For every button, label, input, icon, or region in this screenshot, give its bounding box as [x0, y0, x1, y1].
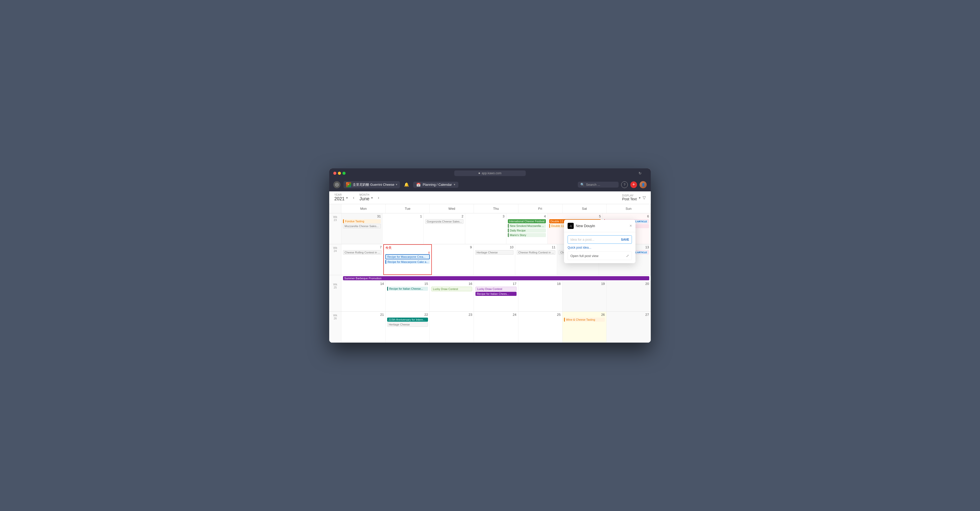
toolbar: YEAR 2021 ▾ ‹ MONTH June ▾ › DISPLAY Pos… [329, 192, 651, 204]
popup-header: ♫ New Douyin × [564, 220, 635, 232]
event-daily-recipe[interactable]: Daily Recipe [508, 228, 546, 233]
idea-placeholder: Idea for a post... [570, 238, 594, 241]
day-cell-7[interactable]: 7 Cheese Rolling Contest in ... [342, 244, 383, 275]
day-cell-16[interactable]: 16 Lucky Draw Contest [430, 281, 474, 311]
day-cell-19[interactable]: 19 [563, 281, 607, 311]
event-lucky-draw-16[interactable]: Lucky Draw Contest [431, 287, 472, 291]
year-chevron-icon: ▾ [346, 196, 348, 200]
col-header-sun: Sun [607, 204, 651, 213]
event-mozzarella-sales[interactable]: Mozzarella Cheese Sales... [343, 224, 381, 228]
topbar-right: 🔍 Search ... ? + 👤 [578, 181, 647, 188]
day-num-1: 1 [384, 214, 422, 218]
day-cell-27[interactable]: 27 [607, 312, 651, 342]
reload-button[interactable]: ↻ [638, 171, 641, 175]
event-summer-barbeque[interactable]: Summer Barbeque Promotion [343, 276, 649, 280]
minimize-button[interactable] [338, 172, 341, 175]
add-button[interactable]: + [630, 181, 637, 188]
display-section: DISPLAY Post Text ▾ ▽ [622, 195, 646, 201]
filter-icon[interactable]: ▽ [643, 195, 646, 200]
day-cell-8-today[interactable]: 今天 8 Recipe for Mascarpone Crea... Recip… [383, 244, 432, 275]
next-month-button[interactable]: › [377, 195, 380, 201]
full-post-view-button[interactable]: Open full post view ⤢ [568, 251, 632, 260]
day-num-2: 2 [425, 214, 463, 218]
popup-body: Idea for a post... SAVE Quick post idea.… [564, 232, 635, 263]
day-cell-11[interactable]: 11 Cheese Rolling Contest in ... [515, 244, 557, 275]
day-cell-25[interactable]: 25 [518, 312, 563, 342]
day-cell-24[interactable]: 24 [474, 312, 518, 342]
brand-selector[interactable]: 🏳 圭里尼奶酪 Guerrini Cheese ▾ [344, 181, 400, 188]
event-italian-15[interactable]: Recipe for Italian Cheese... [387, 287, 428, 291]
avatar[interactable]: 👤 [640, 181, 647, 188]
event-cheese-rolling-11[interactable]: Cheese Rolling Contest in ... [517, 250, 555, 255]
popup-overlay: ♫ New Douyin × Idea for a post... SAVE Q… [564, 220, 635, 263]
event-gorgonzola[interactable]: Gorgonzola Cheese Sales... [425, 219, 463, 224]
event-mascarpone-cream[interactable]: Recipe for Mascarpone Crea... [385, 254, 430, 259]
topbar: 🏳 圭里尼奶酪 Guerrini Cheese ▾ 🔔 📅 Planning /… [329, 178, 651, 192]
month-selector[interactable]: MONTH June ▾ [360, 194, 372, 201]
lock-icon [479, 172, 480, 174]
day-cell-9[interactable]: 9 [432, 244, 473, 275]
brand-name: 圭里尼奶酪 Guerrini Cheese [353, 182, 394, 187]
day-num-10: 10 [475, 245, 514, 249]
event-mascarpone-cake[interactable]: Recipe for Mascarpone Cake a... [385, 260, 430, 264]
article-tag-2: 1 ARTICLE [635, 251, 648, 254]
day-cell-3[interactable]: 3 [465, 213, 506, 244]
day-cell-1[interactable]: 1 [383, 213, 424, 244]
event-anniversary[interactable]: 215th Anniversary for Intern... [387, 318, 428, 322]
planning-nav[interactable]: 📅 Planning / Calendar ▾ [413, 182, 458, 188]
help-button[interactable]: ? [621, 181, 628, 188]
day-cell-26[interactable]: 26 Wine & Cheese Tasting [563, 312, 607, 342]
full-view-label: Open full post view [570, 254, 598, 258]
brand-flag-icon: 🏳 [346, 182, 351, 187]
day-cell-4[interactable]: 4 Intenational Cheese Festival New Smoke… [506, 213, 548, 244]
year-dropdown[interactable]: YEAR 2021 [334, 194, 345, 201]
idea-input-container[interactable]: Idea for a post... SAVE [568, 235, 632, 244]
close-button[interactable] [333, 172, 336, 175]
day-num-16: 16 [431, 282, 472, 286]
display-label: DISPLAY [622, 195, 637, 197]
event-heritage-22[interactable]: Heritage Cheese [387, 322, 428, 327]
event-marios-story[interactable]: Mario's Story [508, 233, 546, 237]
col-header-tue: Tue [386, 204, 430, 213]
day-num-20: 20 [608, 282, 649, 286]
event-cheese-rolling-7[interactable]: Cheese Rolling Contest in ... [343, 250, 382, 255]
event-lucky-draw-17[interactable]: Lucky Draw Contest [476, 287, 516, 291]
prev-month-button[interactable]: ‹ [352, 195, 355, 201]
month-value: June [360, 196, 369, 201]
day-cell-23[interactable]: 23 [430, 312, 474, 342]
save-button[interactable]: SAVE [621, 238, 629, 241]
day-cell-22[interactable]: 22 215th Anniversary for Intern... Herit… [386, 312, 430, 342]
event-wine-cheese[interactable]: Wine & Cheese Tasting [564, 318, 605, 322]
day-num-9: 9 [433, 245, 472, 249]
event-cheese-festival[interactable]: Intenational Cheese Festival [508, 219, 546, 223]
search-box[interactable]: 🔍 Search ... [578, 182, 619, 188]
day-cell-20[interactable]: 20 [607, 281, 651, 311]
year-value: 2021 [334, 196, 345, 201]
maximize-button[interactable] [342, 172, 345, 175]
day-cell-10[interactable]: 10 Heritage Cheese [474, 244, 515, 275]
day-cell-17[interactable]: 17 Lucky Draw Contest Recipe for Italian… [474, 281, 518, 311]
display-dropdown[interactable]: DISPLAY Post Text [622, 195, 637, 201]
event-heritage-10[interactable]: Heritage Cheese [475, 250, 514, 255]
day-cell-21[interactable]: 21 [342, 312, 386, 342]
day-cell-31[interactable]: 31 Fondue Tasting Mozzarella Cheese Sale… [342, 213, 383, 244]
event-italian-17[interactable]: Recipe for Italian Chees... [476, 292, 516, 296]
month-dropdown[interactable]: MONTH June [360, 194, 369, 201]
url-bar[interactable]: app.kawo.com [454, 171, 526, 176]
day-cell-2[interactable]: 2 Gorgonzola Cheese Sales... [424, 213, 465, 244]
quick-post-idea-link[interactable]: Quick post idea... [568, 246, 632, 249]
today-label: 今天 [385, 246, 430, 250]
event-fondue[interactable]: Fondue Tasting [343, 219, 381, 223]
wk25-spacer-top [329, 275, 342, 281]
notifications-button[interactable]: 🔔 [403, 181, 410, 188]
popup-close-button[interactable]: × [630, 224, 632, 228]
event-new-smoked-mozzarella[interactable]: New Smoked Mozzarella ... [508, 224, 546, 228]
day-num-27: 27 [608, 313, 649, 316]
kawo-logo[interactable] [333, 181, 340, 188]
year-selector[interactable]: YEAR 2021 ▾ [334, 194, 348, 201]
planning-nav-label: Planning / Calendar [423, 183, 452, 187]
day-cell-15[interactable]: 15 Recipe for Italian Cheese... [386, 281, 430, 311]
day-cell-18[interactable]: 18 [518, 281, 563, 311]
day-cell-14[interactable]: 14 [342, 281, 386, 311]
popup-platform-name: New Douyin [576, 224, 628, 228]
